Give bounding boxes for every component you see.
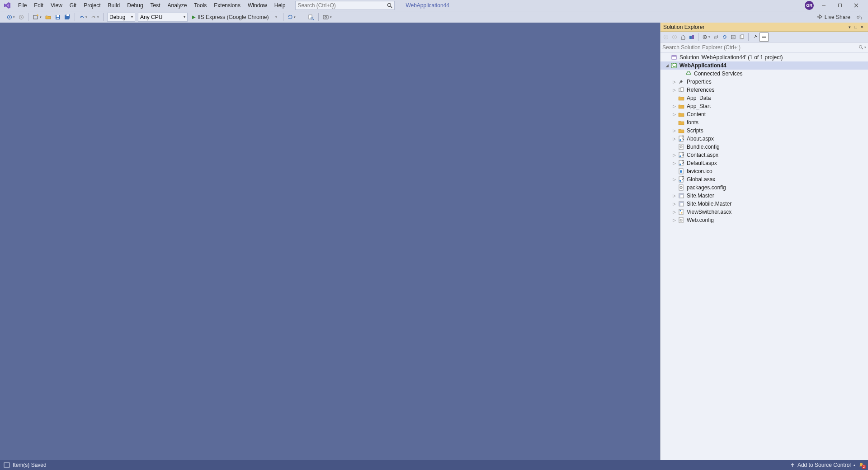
expander-icon[interactable]: ▷ bbox=[671, 88, 677, 92]
nav-forward-button[interactable] bbox=[17, 13, 25, 22]
source-control-button[interactable]: Add to Source Control bbox=[797, 462, 851, 468]
solution-node[interactable]: Solution 'WebApplication44' (1 of 1 proj… bbox=[660, 53, 868, 61]
menu-project[interactable]: Project bbox=[80, 1, 104, 10]
new-project-button[interactable] bbox=[31, 13, 43, 22]
expander-icon[interactable]: ▷ bbox=[671, 210, 677, 214]
maximize-button[interactable] bbox=[834, 1, 846, 10]
start-debugging-button[interactable]: ▶IIS Express (Google Chrome) bbox=[189, 13, 271, 22]
configuration-combo[interactable]: Debug▾ bbox=[107, 13, 135, 22]
expander-icon[interactable]: ▷ bbox=[671, 153, 677, 157]
svg-rect-3 bbox=[839, 4, 842, 7]
menu-file[interactable]: File bbox=[14, 1, 30, 10]
browser-link-button[interactable] bbox=[286, 13, 297, 22]
search-input[interactable] bbox=[297, 2, 387, 9]
tree-node[interactable]: packages.config bbox=[660, 183, 868, 192]
save-button[interactable] bbox=[54, 13, 62, 22]
expander-icon[interactable]: ▷ bbox=[671, 218, 677, 222]
tree-node[interactable]: ▷Properties bbox=[660, 78, 868, 86]
search-options-dropdown[interactable]: ▾ bbox=[864, 46, 866, 49]
svg-rect-16 bbox=[66, 14, 69, 16]
tree-node[interactable]: ▷@Default.aspx bbox=[660, 159, 868, 167]
run-target-dropdown[interactable]: ▾ bbox=[272, 13, 280, 22]
menu-test[interactable]: Test bbox=[147, 1, 164, 10]
menu-extensions[interactable]: Extensions bbox=[210, 1, 244, 10]
pending-changes-filter-icon[interactable] bbox=[701, 33, 712, 42]
live-share-button[interactable]: Live Share bbox=[815, 13, 852, 22]
show-all-files-icon[interactable] bbox=[738, 33, 746, 42]
expander-icon[interactable]: ▷ bbox=[671, 136, 677, 141]
sync-icon[interactable] bbox=[712, 33, 720, 42]
expander-icon[interactable]: ▷ bbox=[671, 104, 677, 108]
tree-node[interactable]: App_Data bbox=[660, 94, 868, 102]
tree-node[interactable]: Connected Services bbox=[660, 70, 868, 78]
tree-node[interactable]: ▷Site.Mobile.Master bbox=[660, 200, 868, 208]
refresh-icon[interactable] bbox=[721, 33, 729, 42]
expander-icon[interactable]: ◢ bbox=[664, 63, 670, 68]
tree-node[interactable]: ▷@Contact.aspx bbox=[660, 151, 868, 159]
explorer-search[interactable]: ▾ bbox=[660, 42, 868, 52]
tree-node[interactable]: Bundle.config bbox=[660, 143, 868, 151]
node-label: WebApplication44 bbox=[679, 62, 726, 69]
menu-edit[interactable]: Edit bbox=[30, 1, 47, 10]
tree-node[interactable]: ▷Scripts bbox=[660, 127, 868, 135]
forward-icon[interactable] bbox=[670, 33, 679, 42]
toolbar-grip[interactable] bbox=[303, 13, 305, 21]
menu-window[interactable]: Window bbox=[244, 1, 271, 10]
close-button[interactable] bbox=[850, 1, 863, 10]
collapse-all-icon[interactable] bbox=[729, 33, 737, 42]
tree-node[interactable]: ▷ViewSwitcher.ascx bbox=[660, 208, 868, 216]
tree-node[interactable]: ▷App_Start bbox=[660, 102, 868, 110]
expander-icon[interactable]: ▷ bbox=[671, 128, 677, 133]
preview-selected-icon[interactable] bbox=[760, 33, 769, 42]
panel-titlebar[interactable]: Solution Explorer ▾ □ ✕ bbox=[660, 23, 868, 32]
tree-node[interactable]: ▷Content bbox=[660, 110, 868, 118]
panel-pin-button[interactable]: □ bbox=[853, 25, 859, 29]
switch-views-icon[interactable] bbox=[688, 33, 696, 42]
publish-icon[interactable] bbox=[790, 463, 795, 467]
redo-button[interactable] bbox=[90, 13, 100, 22]
expander-icon[interactable]: ▷ bbox=[671, 112, 677, 117]
tree-node[interactable]: favicon.ico bbox=[660, 167, 868, 175]
expander-icon[interactable]: ▷ bbox=[671, 161, 677, 165]
expander-icon[interactable]: ▷ bbox=[671, 202, 677, 206]
menu-help[interactable]: Help bbox=[271, 1, 289, 10]
expander-icon[interactable]: ▷ bbox=[671, 193, 677, 198]
screenshot-button[interactable] bbox=[321, 13, 333, 22]
feedback-button[interactable] bbox=[854, 13, 863, 22]
panel-close-button[interactable]: ✕ bbox=[859, 25, 865, 29]
toolbar-grip[interactable] bbox=[2, 13, 4, 21]
open-file-button[interactable] bbox=[44, 13, 53, 22]
tree-node[interactable]: ▷@Global.asax bbox=[660, 175, 868, 183]
tree-node[interactable]: fonts bbox=[660, 118, 868, 127]
panel-options-button[interactable]: ▾ bbox=[846, 25, 853, 29]
user-avatar[interactable]: GR bbox=[805, 1, 814, 10]
explorer-search-input[interactable] bbox=[662, 44, 859, 51]
menu-build[interactable]: Build bbox=[104, 1, 124, 10]
menu-tools[interactable]: Tools bbox=[190, 1, 210, 10]
expander-icon[interactable]: ▷ bbox=[671, 80, 677, 84]
tree-node[interactable]: ▷@About.aspx bbox=[660, 135, 868, 143]
global-search[interactable] bbox=[295, 1, 395, 10]
menu-analyze[interactable]: Analyze bbox=[164, 1, 191, 10]
svg-rect-63 bbox=[679, 193, 684, 195]
notifications-button[interactable]: 2 bbox=[858, 462, 864, 468]
tree-node[interactable]: ▷References bbox=[660, 86, 868, 94]
undo-button[interactable] bbox=[78, 13, 89, 22]
home-icon[interactable] bbox=[679, 33, 687, 42]
expander-icon[interactable]: ▷ bbox=[671, 177, 677, 182]
minimize-button[interactable] bbox=[817, 1, 830, 10]
tree-node[interactable]: ▷Site.Master bbox=[660, 192, 868, 200]
platform-combo[interactable]: Any CPU▾ bbox=[138, 13, 188, 22]
menu-view[interactable]: View bbox=[47, 1, 66, 10]
back-icon[interactable] bbox=[662, 33, 670, 42]
source-control-dropdown[interactable]: ▴ bbox=[854, 463, 855, 467]
find-in-files-button[interactable] bbox=[307, 13, 316, 22]
project-node[interactable]: ◢ C# WebApplication44 bbox=[660, 61, 868, 70]
properties-icon[interactable] bbox=[751, 33, 759, 42]
nav-back-button[interactable] bbox=[5, 13, 16, 22]
output-window-icon[interactable] bbox=[4, 462, 10, 468]
save-all-button[interactable] bbox=[63, 13, 72, 22]
tree-node[interactable]: ▷Web.config bbox=[660, 216, 868, 224]
menu-git[interactable]: Git bbox=[66, 1, 80, 10]
menu-debug[interactable]: Debug bbox=[123, 1, 146, 10]
